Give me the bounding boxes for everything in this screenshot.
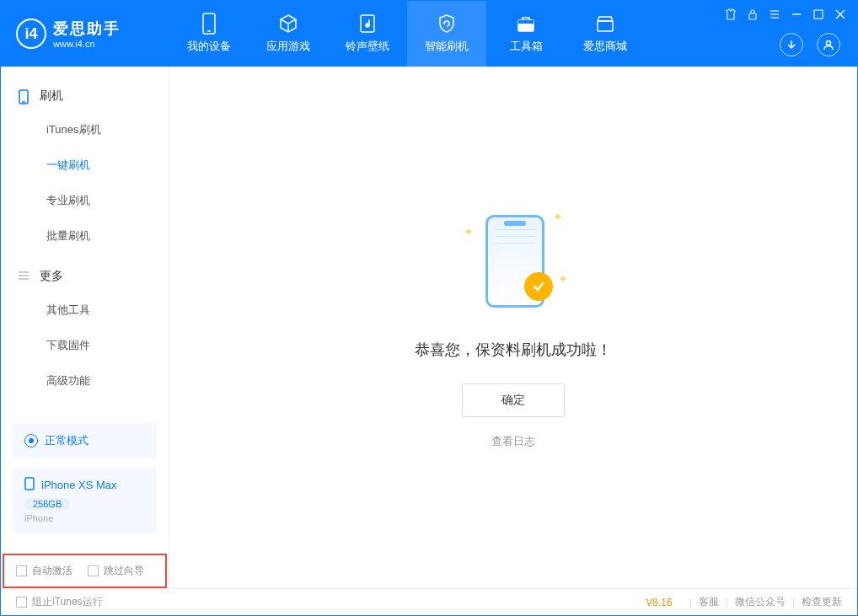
sidebar-item-pro-flash[interactable]: 专业刷机: [1, 183, 169, 218]
device-storage: 256GB: [24, 498, 70, 510]
title-bar: i4 爱思助手 www.i4.cn 我的设备 应用游戏 铃声壁纸 智能刷机 工具…: [1, 1, 857, 67]
nav-store[interactable]: 爱思商城: [566, 1, 645, 67]
checkbox-label: 跳过向导: [104, 564, 144, 578]
app-url: www.i4.cn: [53, 39, 121, 49]
list-icon: [18, 270, 31, 283]
ok-button[interactable]: 确定: [462, 383, 565, 417]
svg-rect-5: [598, 21, 613, 31]
svg-rect-7: [749, 13, 756, 19]
footer-link-wechat[interactable]: 微信公众号: [735, 595, 786, 609]
view-log-link[interactable]: 查看日志: [491, 434, 535, 449]
sidebar-item-oneclick-flash[interactable]: 一键刷机: [1, 147, 169, 183]
phone-icon: [18, 89, 31, 103]
svg-point-16: [827, 41, 831, 46]
sidebar-item-batch-flash[interactable]: 批量刷机: [1, 218, 169, 254]
minimize-button[interactable]: [790, 8, 803, 21]
footer-link-update[interactable]: 检查更新: [802, 595, 842, 609]
device-mode-card[interactable]: 正常模式: [13, 423, 157, 458]
section-title: 刷机: [40, 88, 63, 104]
phone-small-icon: [24, 477, 35, 493]
user-button[interactable]: [817, 33, 840, 56]
sidebar: 刷机 iTunes刷机 一键刷机 专业刷机 批量刷机 更多 其他工具 下载固件 …: [1, 67, 169, 588]
svg-rect-12: [814, 10, 823, 19]
nav-label: 智能刷机: [425, 39, 469, 54]
window-controls: [724, 8, 847, 21]
app-name: 爱思助手: [53, 19, 121, 39]
success-illustration: ✦ ✦ ✦: [458, 206, 568, 316]
close-button[interactable]: [834, 8, 847, 21]
section-title: 更多: [40, 269, 63, 284]
sparkle-icon: ✦: [553, 210, 560, 217]
device-name: iPhone XS Max: [41, 479, 117, 491]
nav-tabs: 我的设备 应用游戏 铃声壁纸 智能刷机 工具箱 爱思商城: [169, 1, 645, 67]
checkbox-label: 阻止iTunes运行: [32, 595, 103, 609]
nav-label: 爱思商城: [583, 39, 627, 54]
checkbox-label: 自动激活: [32, 564, 72, 578]
lock-icon[interactable]: [746, 8, 759, 21]
checkbox-auto-activate[interactable]: 自动激活: [16, 564, 72, 578]
device-type: iPhone: [24, 513, 145, 523]
refresh-shield-icon: [437, 13, 457, 34]
app-logo-icon: i4: [16, 19, 46, 49]
sidebar-item-advanced[interactable]: 高级功能: [1, 363, 169, 399]
highlighted-checkbox-row: 自动激活 跳过向导: [3, 554, 167, 588]
nav-smart-flash[interactable]: 智能刷机: [407, 1, 486, 67]
cube-icon: [278, 13, 298, 34]
checkbox-block-itunes[interactable]: 阻止iTunes运行: [16, 595, 103, 609]
device-icon: [199, 13, 219, 34]
logo-area: i4 爱思助手 www.i4.cn: [1, 19, 169, 49]
download-button[interactable]: [780, 33, 803, 56]
music-file-icon: [357, 13, 378, 34]
sparkle-icon: ✦: [558, 272, 565, 279]
mode-icon: [24, 434, 38, 447]
toolbox-icon: [516, 13, 536, 34]
sparkle-icon: ✦: [464, 225, 470, 232]
main-content: ✦ ✦ ✦ 恭喜您，保资料刷机成功啦！ 确定 查看日志: [169, 67, 857, 588]
shirt-icon[interactable]: [724, 8, 737, 21]
mode-label: 正常模式: [45, 433, 88, 448]
nav-toolbox[interactable]: 工具箱: [486, 1, 566, 67]
checkbox-skip-guide[interactable]: 跳过向导: [88, 564, 144, 578]
nav-ringtones-wallpapers[interactable]: 铃声壁纸: [328, 1, 407, 67]
check-badge-icon: [524, 272, 553, 301]
device-info-card[interactable]: iPhone XS Max 256GB iPhone: [13, 467, 157, 533]
nav-label: 应用游戏: [266, 39, 310, 54]
menu-icon[interactable]: [768, 8, 781, 21]
nav-label: 工具箱: [510, 39, 543, 54]
sidebar-section-more: 更多: [1, 260, 169, 292]
sidebar-item-itunes-flash[interactable]: iTunes刷机: [1, 112, 169, 147]
store-icon: [595, 13, 615, 34]
sidebar-item-other-tools[interactable]: 其他工具: [1, 292, 169, 328]
svg-rect-4: [518, 20, 534, 24]
nav-label: 铃声壁纸: [346, 39, 389, 54]
maximize-button[interactable]: [812, 8, 825, 21]
version-label: V8.16: [646, 597, 672, 608]
nav-my-device[interactable]: 我的设备: [169, 1, 249, 67]
svg-rect-22: [25, 478, 34, 490]
status-bar: 阻止iTunes运行 V8.16 | 客服 | 微信公众号 | 检查更新: [1, 588, 857, 615]
nav-apps-games[interactable]: 应用游戏: [249, 1, 328, 67]
footer-link-support[interactable]: 客服: [699, 595, 719, 609]
success-message: 恭喜您，保资料刷机成功啦！: [415, 340, 612, 360]
nav-label: 我的设备: [187, 39, 231, 54]
sidebar-section-flash: 刷机: [1, 80, 169, 112]
sidebar-item-download-firmware[interactable]: 下载固件: [1, 328, 169, 363]
